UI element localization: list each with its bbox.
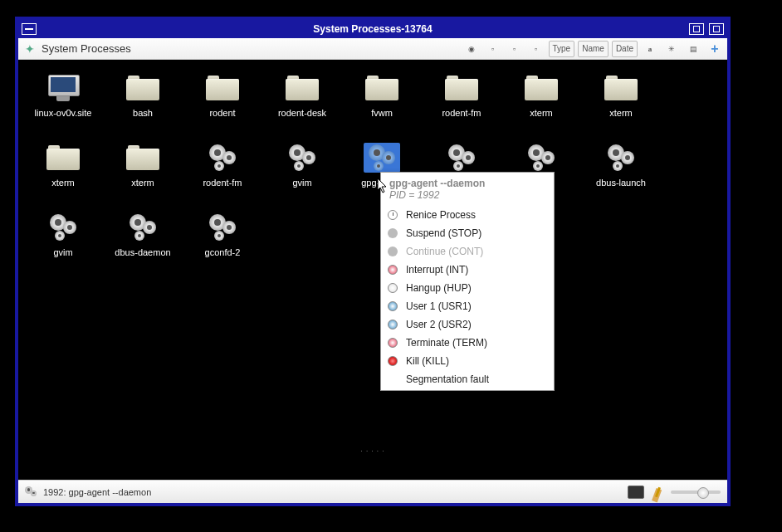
process-item[interactable]: rodent-fm	[183, 138, 262, 207]
toolbar: System Processes ◉ ▫ ▫ ▫ Type Name Date …	[18, 38, 727, 60]
context-menu-item: Continue (CONT)	[381, 242, 554, 261]
gears-icon	[204, 143, 241, 173]
clock-icon	[388, 210, 398, 220]
process-item[interactable]: bash	[103, 68, 183, 138]
tool-button-star[interactable]: ✳	[662, 41, 681, 57]
none-icon	[388, 374, 398, 384]
pane-drag-handle[interactable]: · · · · ·	[360, 447, 384, 455]
process-label: gconfd-2	[205, 247, 241, 257]
clear-button[interactable]	[649, 486, 666, 499]
process-label: linux-ov0v.site	[35, 108, 92, 118]
process-label: rodent-desk	[278, 108, 326, 118]
process-item[interactable]: rodent-desk	[262, 68, 342, 138]
font-button[interactable]: a	[641, 41, 659, 57]
maximize-button[interactable]	[709, 23, 724, 35]
blue-icon	[388, 320, 398, 329]
blue-icon	[388, 301, 398, 311]
folder-icon	[364, 73, 400, 103]
context-menu-item[interactable]: User 2 (USR2)	[381, 315, 554, 334]
white-icon	[388, 283, 398, 293]
process-item[interactable]: fvwm	[342, 68, 422, 138]
process-item[interactable]: xterm	[23, 138, 103, 207]
sort-date-button[interactable]: Date	[612, 41, 638, 57]
location-label: System Processes	[22, 42, 134, 56]
context-menu-item[interactable]: Interrupt (INT)	[381, 261, 554, 279]
sort-name-button[interactable]: Name	[578, 41, 608, 57]
process-label: fvwm	[371, 108, 393, 118]
context-menu-item[interactable]: Renice Process	[381, 206, 554, 224]
process-label: xterm	[609, 108, 633, 118]
process-label: dbus-launch	[596, 178, 646, 188]
context-menu-item-label: Renice Process	[406, 209, 476, 221]
process-item[interactable]: xterm	[581, 68, 661, 138]
gears-icon	[45, 212, 81, 242]
red-icon	[388, 356, 398, 366]
context-menu-item[interactable]: Kill (KILL)	[381, 352, 554, 370]
process-item[interactable]: rodent	[183, 68, 262, 138]
process-label: dbus-daemon	[115, 247, 170, 257]
tool-button-1[interactable]: ▫	[484, 41, 502, 57]
context-menu-header: gpg-agent --daemon PID = 1992	[381, 174, 554, 206]
app-window: System Processes-13764 System Processes …	[15, 17, 731, 506]
folder-icon	[204, 73, 241, 103]
gears-icon	[364, 143, 400, 173]
content-area: linux-ov0v.sitebashrodentrodent-deskfvwm…	[18, 60, 727, 480]
context-menu-item[interactable]: Terminate (TERM)	[381, 334, 554, 352]
context-menu-item[interactable]: Hangup (HUP)	[381, 279, 554, 297]
pink-icon	[388, 265, 398, 275]
monitor-icon	[45, 73, 81, 103]
process-item[interactable]: rodent-fm	[422, 68, 501, 138]
context-menu: gpg-agent --daemon PID = 1992 Renice Pro…	[380, 172, 555, 391]
context-menu-item[interactable]: User 1 (USR1)	[381, 297, 554, 315]
context-menu-item[interactable]: Suspend (STOP)	[381, 224, 554, 242]
terminal-button[interactable]	[628, 486, 644, 499]
process-item[interactable]: dbus-daemon	[103, 207, 183, 277]
gears-icon	[204, 212, 241, 242]
add-button[interactable]: +	[706, 41, 724, 57]
tool-button-2[interactable]: ▫	[506, 41, 524, 57]
window-title: System Processes-13764	[313, 23, 432, 35]
process-label: gvim	[292, 178, 311, 188]
folder-icon	[523, 73, 560, 103]
context-menu-item-label: Kill (KILL)	[406, 355, 449, 367]
process-label: bash	[133, 108, 153, 118]
zoom-slider[interactable]	[671, 491, 721, 494]
context-menu-item-label: Hangup (HUP)	[406, 282, 472, 294]
process-item[interactable]: dbus-launch	[581, 138, 661, 207]
gears-icon	[284, 143, 320, 173]
context-menu-item-label: User 1 (USR1)	[406, 300, 472, 312]
tool-button-3[interactable]: ▫	[527, 41, 545, 57]
process-label: xterm	[530, 108, 553, 118]
statusbar: 1992: gpg-agent --daemon	[18, 480, 727, 503]
gears-icon	[443, 143, 480, 173]
tool-button-grid[interactable]: ▤	[684, 41, 702, 57]
process-item[interactable]: gvim	[262, 138, 342, 207]
process-item[interactable]: gconfd-2	[183, 207, 262, 277]
context-menu-item-label: Segmentation fault	[406, 373, 489, 385]
context-menu-item-label: Suspend (STOP)	[406, 227, 481, 239]
gears-icon	[523, 143, 560, 173]
process-item[interactable]: gvim	[23, 207, 103, 277]
context-menu-item[interactable]: Segmentation fault	[381, 370, 554, 388]
folder-icon	[443, 73, 480, 103]
process-label: gvim	[53, 247, 72, 257]
process-label: xterm	[131, 178, 154, 188]
gears-icon	[125, 212, 161, 242]
minimize-button[interactable]	[689, 23, 704, 35]
titlebar[interactable]: System Processes-13764	[18, 20, 727, 38]
pink-icon	[388, 338, 398, 348]
status-text: 1992: gpg-agent --daemon	[43, 487, 151, 497]
process-label: rodent-fm	[442, 108, 481, 118]
sort-type-button[interactable]: Type	[549, 41, 575, 57]
window-menu-button[interactable]	[22, 23, 37, 35]
context-menu-item-label: Interrupt (INT)	[406, 264, 468, 276]
process-label: xterm	[51, 178, 75, 188]
gears-sm-icon	[388, 228, 398, 238]
process-item[interactable]: xterm	[501, 68, 581, 138]
gears-sm-icon	[388, 246, 398, 256]
folder-icon	[603, 73, 639, 103]
process-label: rodent	[209, 108, 235, 118]
process-item[interactable]: linux-ov0v.site	[23, 68, 103, 138]
process-item[interactable]: xterm	[103, 138, 183, 207]
refresh-button[interactable]: ◉	[462, 41, 481, 57]
